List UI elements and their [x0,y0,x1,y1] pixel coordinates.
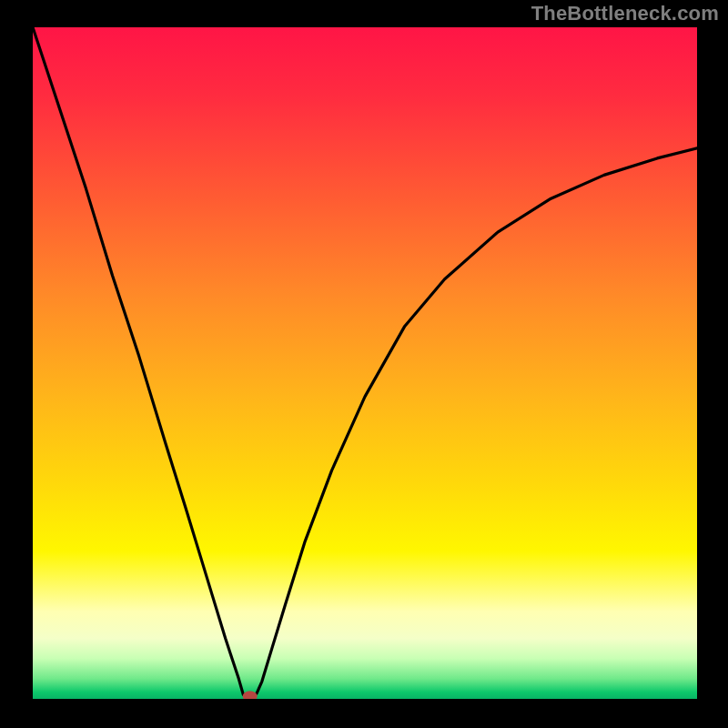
plot-background [33,27,697,699]
watermark-text: TheBottleneck.com [531,2,719,25]
chart-container: TheBottleneck.com [0,0,728,728]
